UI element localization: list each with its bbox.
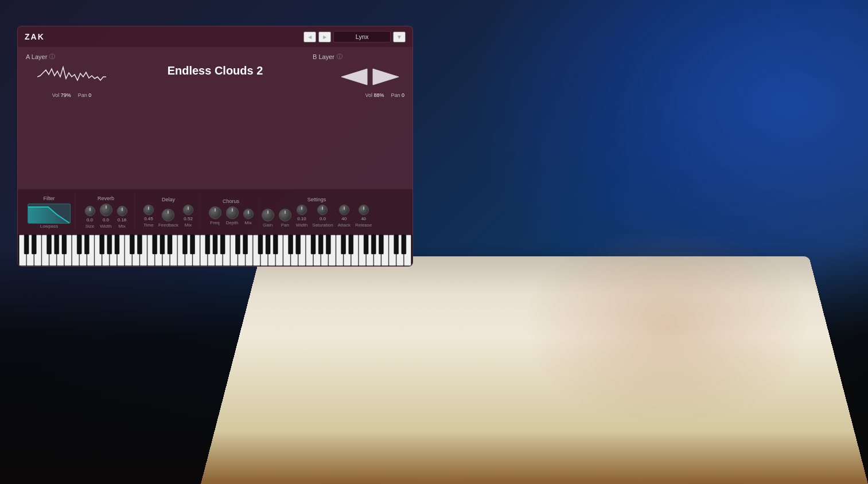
chorus-depth-group: Depth	[226, 206, 239, 225]
delay-mix-value: 0.52	[184, 216, 193, 221]
settings-attack-knob[interactable]	[339, 205, 349, 215]
delay-time-knob[interactable]	[143, 205, 154, 215]
svg-rect-73	[220, 235, 225, 254]
delay-knobs: 0.45 Time Feedback 0.52 Mix	[143, 205, 193, 228]
filter-display[interactable]	[28, 204, 71, 224]
svg-rect-79	[289, 235, 293, 254]
a-layer-panel: A Layer ⓘ Vol 79% Pan 0	[26, 53, 118, 98]
settings-attack-label: Attack	[338, 223, 351, 228]
reverb-width-label: Width	[100, 224, 111, 229]
chorus-freq-knob[interactable]	[209, 206, 221, 219]
preset-dropdown-button[interactable]: ▼	[393, 32, 406, 42]
delay-time-group: 0.45 Time	[143, 205, 154, 228]
effects-bar: Filter Lowpass Reverb	[18, 189, 412, 235]
reverb-knobs: 0.0 Size 0.0 Width 0.18 Mix	[85, 204, 127, 229]
settings-attack-value: 40	[341, 216, 347, 221]
piano-keys-svg	[19, 235, 411, 266]
svg-rect-78	[273, 235, 278, 254]
filter-label: Filter	[44, 196, 55, 201]
reverb-width-value: 0.0	[103, 217, 109, 223]
delay-feedback-group: Feedback	[158, 209, 178, 228]
plugin-window: ZAK ◄ ► Lynx ▼ A Layer ⓘ V	[17, 26, 413, 267]
a-layer-info-icon[interactable]: ⓘ	[49, 53, 55, 61]
delay-feedback-knob[interactable]	[162, 209, 174, 221]
chorus-mix-group: Mix	[243, 209, 254, 225]
svg-rect-86	[364, 235, 368, 254]
app-logo: ZAK	[25, 32, 45, 41]
svg-rect-88	[379, 235, 383, 254]
settings-release-knob[interactable]	[359, 205, 369, 215]
svg-rect-61	[100, 235, 104, 254]
chorus-mix-knob[interactable]	[243, 209, 254, 219]
svg-rect-56	[47, 235, 52, 254]
a-layer-pan: Pan 0	[78, 92, 92, 98]
chorus-freq-label: Freq	[210, 220, 219, 225]
reverb-size-group: 0.0 Size	[85, 206, 95, 229]
svg-rect-59	[77, 235, 81, 254]
settings-pan-group: Pan	[279, 209, 291, 228]
chorus-freq-group: Freq	[209, 206, 221, 225]
svg-rect-63	[115, 235, 119, 254]
b-layer-panel: B Layer ⓘ Vol 88% Pan 0	[313, 53, 404, 98]
settings-label: Settings	[308, 197, 326, 202]
svg-rect-58	[62, 235, 67, 254]
a-layer-label: A Layer	[26, 53, 47, 60]
delay-mix-group: 0.52 Mix	[183, 205, 193, 228]
preset-next-button[interactable]: ►	[318, 32, 331, 42]
settings-section: Settings Gain Pan 0.10 Width 0.0	[262, 194, 371, 230]
filter-type-label: Lowpass	[40, 224, 59, 229]
chorus-depth-knob[interactable]	[226, 206, 239, 219]
chorus-label: Chorus	[223, 198, 239, 204]
settings-width-value: 0.10	[297, 216, 306, 221]
chorus-knobs: Freq Depth Mix	[209, 206, 254, 225]
svg-rect-82	[318, 235, 323, 254]
b-layer-pan: Pan 0	[391, 92, 404, 98]
reverb-size-label: Size	[85, 224, 95, 229]
layers-row: A Layer ⓘ Vol 79% Pan 0 Endless Clouds 2	[26, 53, 404, 98]
svg-marker-0	[341, 69, 367, 85]
svg-rect-62	[107, 235, 112, 254]
preset-prev-button[interactable]: ◄	[303, 32, 316, 42]
settings-width-group: 0.10 Width	[296, 205, 308, 228]
settings-width-label: Width	[296, 223, 308, 228]
svg-rect-72	[213, 235, 217, 254]
a-layer-header: A Layer ⓘ	[26, 53, 55, 61]
a-layer-waveform	[37, 64, 106, 90]
svg-rect-77	[266, 235, 270, 254]
reverb-mix-knob[interactable]	[117, 206, 127, 216]
reverb-size-knob[interactable]	[85, 206, 95, 216]
delay-mix-knob[interactable]	[183, 205, 193, 215]
svg-rect-57	[55, 235, 59, 254]
delay-time-label: Time	[143, 223, 153, 228]
filter-section: Filter Lowpass	[24, 193, 75, 231]
svg-rect-69	[182, 235, 187, 254]
hands-decoration	[524, 226, 811, 427]
svg-rect-75	[243, 235, 248, 254]
reverb-width-knob[interactable]	[100, 204, 112, 216]
svg-rect-64	[130, 235, 134, 254]
svg-rect-70	[190, 235, 195, 254]
svg-rect-65	[138, 235, 142, 254]
preset-title: Endless Clouds 2	[118, 53, 313, 77]
settings-pan-knob[interactable]	[279, 209, 291, 221]
svg-marker-1	[373, 69, 399, 85]
b-layer-info-icon[interactable]: ⓘ	[337, 53, 342, 61]
title-bar: ZAK ◄ ► Lynx ▼	[18, 26, 412, 47]
reverb-size-value: 0.0	[87, 217, 93, 223]
svg-rect-89	[394, 235, 399, 254]
settings-release-group: 40 Release	[355, 205, 372, 228]
b-layer-waveform	[336, 64, 404, 90]
settings-saturation-knob[interactable]	[317, 205, 328, 215]
delay-feedback-label: Feedback	[158, 223, 178, 228]
settings-attack-group: 40 Attack	[338, 205, 351, 228]
settings-width-knob[interactable]	[297, 205, 307, 215]
piano-keyboard[interactable]	[18, 235, 412, 266]
preset-name-display: Lynx	[333, 31, 391, 42]
reverb-section: Reverb 0.0 Size 0.0 Width 0.18 Mix	[77, 193, 135, 231]
a-layer-params: Vol 79% Pan 0	[52, 92, 92, 98]
chorus-mix-label: Mix	[244, 220, 251, 225]
svg-rect-60	[84, 235, 89, 254]
svg-rect-81	[311, 235, 316, 254]
settings-gain-knob[interactable]	[262, 209, 274, 221]
svg-rect-80	[296, 235, 301, 254]
